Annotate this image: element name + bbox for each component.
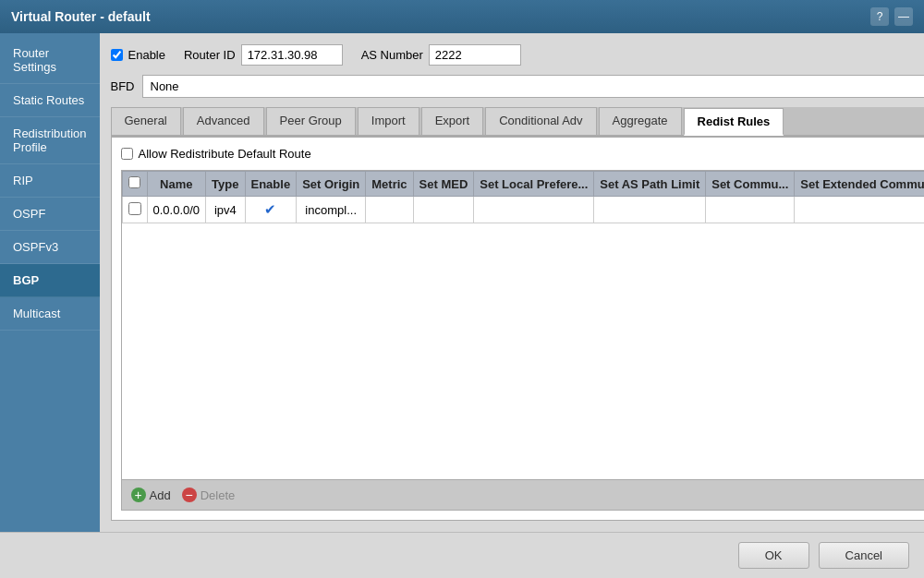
delete-button[interactable]: − Delete: [182, 488, 236, 502]
allow-redistribute-label: Allow Redistribute Default Route: [139, 147, 311, 161]
tab-advanced[interactable]: Advanced: [183, 107, 264, 135]
col-header-set-commu: Set Commu...: [706, 172, 795, 197]
col-header-metric: Metric: [366, 172, 413, 197]
main-content: Router Settings Static Routes Redistribu…: [0, 33, 924, 532]
add-button-label: Add: [150, 488, 171, 502]
ok-button[interactable]: OK: [738, 542, 809, 569]
row-enable: ✔: [245, 197, 297, 223]
redist-rules-table-wrapper: Name Type Enable Set Origin Metric Set M…: [121, 170, 925, 480]
tab-general[interactable]: General: [111, 107, 181, 135]
bfd-select[interactable]: None: [142, 75, 925, 98]
router-id-input[interactable]: [241, 44, 343, 66]
router-id-label: Router ID: [184, 48, 236, 62]
allow-redistribute-checkbox[interactable]: [121, 148, 133, 160]
as-number-label: AS Number: [361, 48, 423, 62]
select-all-checkbox[interactable]: [128, 176, 140, 188]
table-row[interactable]: 0.0.0.0/0 ipv4 ✔ incompl...: [122, 197, 924, 223]
row-set-med: [413, 197, 474, 223]
sidebar-item-ospfv3[interactable]: OSPFv3: [0, 231, 100, 264]
delete-icon: −: [182, 488, 197, 502]
tab-content: Allow Redistribute Default Route Name Ty…: [111, 137, 925, 521]
sidebar-item-redistribution-profile[interactable]: Redistribution Profile: [0, 117, 100, 164]
add-icon: +: [131, 488, 146, 502]
cancel-button[interactable]: Cancel: [819, 542, 909, 569]
col-header-set-as-path: Set AS Path Limit: [594, 172, 706, 197]
sidebar-item-multicast[interactable]: Multicast: [0, 297, 100, 331]
content-area: Enable Router ID AS Number BFD None: [100, 33, 925, 532]
bfd-row: BFD None ▼: [111, 75, 925, 98]
tab-bar: General Advanced Peer Group Import Expor…: [111, 107, 925, 137]
row-checkbox-cell: [122, 197, 147, 223]
col-header-set-med: Set MED: [413, 172, 474, 197]
col-header-type: Type: [206, 172, 245, 197]
title-bar: Virtual Router - default ? —: [0, 0, 924, 33]
tab-export[interactable]: Export: [421, 107, 484, 135]
table-header-row: Name Type Enable Set Origin Metric Set M…: [122, 172, 924, 197]
tab-aggregate[interactable]: Aggregate: [599, 107, 682, 135]
row-set-local-pref: [474, 197, 594, 223]
redist-rules-table: Name Type Enable Set Origin Metric Set M…: [122, 171, 925, 223]
sidebar-item-ospf[interactable]: OSPF: [0, 198, 100, 231]
col-header-set-local-pref: Set Local Prefere...: [474, 172, 594, 197]
row-enable-check-icon: ✔: [264, 201, 276, 217]
as-number-row: AS Number: [361, 44, 521, 66]
footer: OK Cancel: [0, 532, 924, 578]
row-set-as-path: [594, 197, 706, 223]
row-name: 0.0.0.0/0: [147, 197, 206, 223]
window: Virtual Router - default ? — Router Sett…: [0, 0, 924, 578]
title-bar-icons: ? —: [870, 7, 913, 26]
allow-redistribute-row: Allow Redistribute Default Route: [121, 147, 925, 161]
sidebar-item-router-settings[interactable]: Router Settings: [0, 37, 100, 84]
enable-row: Enable: [111, 48, 165, 62]
row-set-extended-commu: [795, 197, 924, 223]
row-set-commu: [706, 197, 795, 223]
sidebar-item-static-routes[interactable]: Static Routes: [0, 84, 100, 117]
sidebar: Router Settings Static Routes Redistribu…: [0, 33, 100, 532]
row-type: ipv4: [206, 197, 245, 223]
router-id-row: Router ID: [184, 44, 343, 66]
row-checkbox[interactable]: [128, 202, 141, 215]
bfd-label: BFD: [111, 79, 135, 93]
help-icon[interactable]: ?: [870, 7, 889, 26]
row-metric: [366, 197, 413, 223]
col-header-set-origin: Set Origin: [297, 172, 366, 197]
add-button[interactable]: + Add: [131, 488, 171, 502]
bfd-select-wrapper: None ▼: [142, 75, 925, 98]
window-title: Virtual Router - default: [11, 9, 151, 24]
tab-redist-rules[interactable]: Redist Rules: [684, 108, 784, 136]
tab-import[interactable]: Import: [358, 107, 419, 135]
sidebar-item-rip[interactable]: RIP: [0, 164, 100, 198]
tab-peer-group[interactable]: Peer Group: [266, 107, 356, 135]
col-header-enable: Enable: [245, 172, 297, 197]
add-delete-bar: + Add − Delete: [121, 480, 925, 511]
minimize-icon[interactable]: —: [894, 7, 913, 26]
row-set-origin: incompl...: [297, 197, 366, 223]
tab-conditional-adv[interactable]: Conditional Adv: [485, 107, 596, 135]
delete-button-label: Delete: [201, 488, 236, 502]
col-header-name: Name: [147, 172, 206, 197]
col-header-checkbox: [122, 172, 147, 197]
col-header-set-extended-commu: Set Extended Commu...: [795, 172, 924, 197]
enable-checkbox[interactable]: [111, 49, 123, 61]
enable-label: Enable: [128, 48, 165, 62]
top-bar: Enable Router ID AS Number: [111, 44, 925, 66]
as-number-input[interactable]: [429, 44, 521, 66]
sidebar-item-bgp[interactable]: BGP: [0, 264, 100, 297]
